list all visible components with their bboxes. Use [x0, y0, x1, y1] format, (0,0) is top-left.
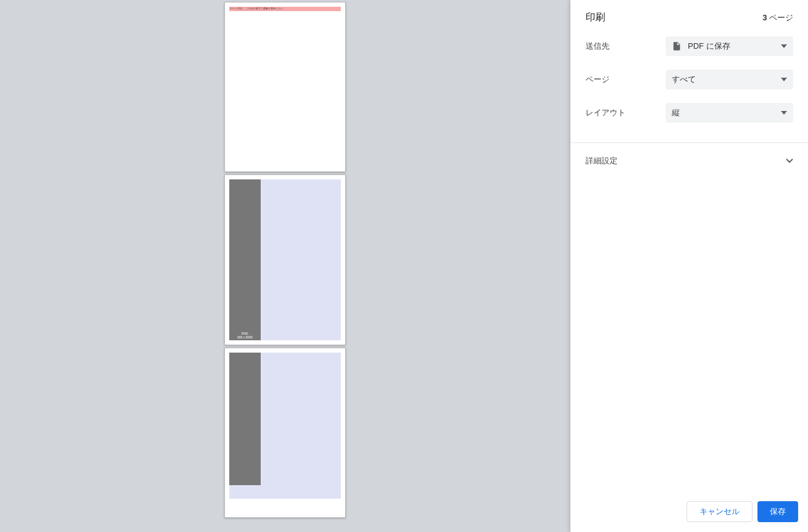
preview-image-placeholder: PNG 200 x 2000 — [229, 179, 261, 340]
layout-label: レイアウト — [586, 107, 666, 118]
image-dimensions-label: 200 x 2000 — [229, 335, 261, 339]
advanced-settings-toggle[interactable]: 詳細設定 — [571, 143, 808, 179]
layout-value: 縦 — [672, 107, 680, 118]
pdf-file-icon — [672, 41, 682, 51]
dropdown-caret-icon — [781, 111, 787, 115]
dropdown-caret-icon — [781, 44, 787, 48]
preview-image-block: PNG 200 x 2000 — [229, 179, 341, 340]
setting-row-destination: 送信先 PDF に保存 — [586, 36, 793, 56]
setting-row-pages: ページ すべて — [586, 70, 793, 89]
destination-label: 送信先 — [586, 41, 666, 52]
chevron-down-icon — [786, 158, 793, 163]
preview-image-placeholder — [229, 353, 261, 486]
print-settings-sidebar: 印刷 3 ページ 送信先 PDF に保存 ページ すべて — [570, 0, 808, 532]
dialog-footer: キャンセル 保存 — [571, 491, 808, 532]
print-preview-pane[interactable]: 1ページ内に、この山の直下に画像を表示したい。 PNG 200 x 2000 — [0, 0, 570, 532]
setting-row-layout: レイアウト 縦 — [586, 103, 793, 123]
preview-page-3 — [224, 348, 346, 518]
page1-highlight-text: 1ページ内に、この山の直下に画像を表示したい。 — [229, 7, 341, 11]
preview-image-block — [229, 353, 341, 499]
preview-page-1: 1ページ内に、この山の直下に画像を表示したい。 — [224, 2, 346, 172]
page-count-suffix: ページ — [767, 13, 793, 22]
preview-page-2: PNG 200 x 2000 — [224, 174, 346, 345]
destination-value: PDF に保存 — [688, 41, 730, 52]
cancel-button[interactable]: キャンセル — [687, 501, 753, 522]
destination-select[interactable]: PDF に保存 — [666, 36, 793, 56]
page-count: 3 ページ — [762, 12, 793, 23]
advanced-settings-label: 詳細設定 — [586, 155, 618, 166]
pages-label: ページ — [586, 74, 666, 85]
save-button[interactable]: 保存 — [757, 501, 798, 522]
pages-value: すべて — [672, 74, 696, 85]
dialog-title: 印刷 — [586, 11, 605, 24]
layout-select[interactable]: 縦 — [666, 103, 793, 123]
pages-select[interactable]: すべて — [666, 70, 793, 89]
dropdown-caret-icon — [781, 78, 787, 81]
sidebar-header: 印刷 3 ページ — [571, 0, 808, 36]
